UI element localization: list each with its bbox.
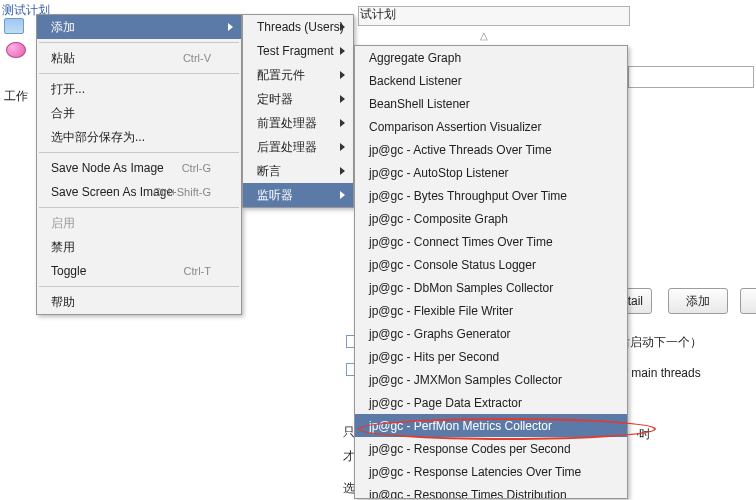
submenu-arrow-icon: [228, 23, 233, 31]
sort-indicator-icon[interactable]: △: [480, 30, 488, 41]
listener-item[interactable]: jp@gc - DbMon Samples Collector: [355, 276, 627, 299]
truncated-button[interactable]: [740, 288, 756, 314]
listener-submenu: Aggregate GraphBackend ListenerBeanShell…: [354, 45, 628, 499]
listener-item[interactable]: Comparison Assertion Visualizer: [355, 115, 627, 138]
bg-text-after-start: 后启动下一个）: [618, 334, 702, 351]
menu-item-label: 打开...: [51, 81, 85, 98]
menu-item-label: Threads (Users): [257, 20, 344, 34]
menu-item-label: jp@gc - Connect Times Over Time: [369, 235, 553, 249]
menu-item-label: jp@gc - Composite Graph: [369, 212, 508, 226]
menu-item-label: 帮助: [51, 294, 75, 311]
menu-item-label: 定时器: [257, 91, 293, 108]
listener-item[interactable]: jp@gc - Bytes Throughput Over Time: [355, 184, 627, 207]
listener-item[interactable]: jp@gc - AutoStop Listener: [355, 161, 627, 184]
submenu-item-timer[interactable]: 定时器: [243, 87, 353, 111]
submenu-arrow-icon: [340, 191, 345, 199]
menu-shortcut: Ctrl-G: [182, 162, 211, 174]
submenu-item-listener[interactable]: 监听器: [243, 183, 353, 207]
menu-item-toggle[interactable]: Toggle Ctrl-T: [37, 259, 241, 283]
menu-shortcut: Ctrl-T: [184, 265, 212, 277]
listener-item[interactable]: jp@gc - Response Times Distribution: [355, 483, 627, 499]
menu-item-enable: 启用: [37, 211, 241, 235]
listener-item[interactable]: jp@gc - JMXMon Samples Collector: [355, 368, 627, 391]
add-button[interactable]: 添加: [668, 288, 728, 314]
menu-item-label: Toggle: [51, 264, 86, 278]
menu-item-label: Save Node As Image: [51, 161, 164, 175]
menu-item-label: jp@gc - Response Latencies Over Time: [369, 465, 581, 479]
menu-shortcut: Ctrl-V: [183, 52, 211, 64]
submenu-item-pre-processor[interactable]: 前置处理器: [243, 111, 353, 135]
menu-item-label: jp@gc - Flexible File Writer: [369, 304, 513, 318]
listener-item[interactable]: jp@gc - Connect Times Over Time: [355, 230, 627, 253]
submenu-item-assertion[interactable]: 断言: [243, 159, 353, 183]
submenu-arrow-icon: [340, 71, 345, 79]
listener-item[interactable]: jp@gc - Graphs Generator: [355, 322, 627, 345]
menu-item-label: jp@gc - Hits per Second: [369, 350, 499, 364]
menu-item-label: BeanShell Listener: [369, 97, 470, 111]
bg-text-main-threads: of main threads: [618, 366, 701, 380]
menu-item-label: 前置处理器: [257, 115, 317, 132]
listener-item[interactable]: jp@gc - Console Status Logger: [355, 253, 627, 276]
menu-item-merge[interactable]: 合并: [37, 101, 241, 125]
menu-item-label: 监听器: [257, 187, 293, 204]
menu-item-label: jp@gc - Response Codes per Second: [369, 442, 571, 456]
listener-item[interactable]: jp@gc - Response Latencies Over Time: [355, 460, 627, 483]
submenu-arrow-icon: [340, 167, 345, 175]
submenu-arrow-icon: [340, 119, 345, 127]
menu-item-save-selection-as[interactable]: 选中部分保存为...: [37, 125, 241, 149]
menu-item-label: Comparison Assertion Visualizer: [369, 120, 542, 134]
menu-item-open[interactable]: 打开...: [37, 77, 241, 101]
menu-separator: [39, 152, 239, 153]
menu-item-save-node-image[interactable]: Save Node As Image Ctrl-G: [37, 156, 241, 180]
submenu-item-post-processor[interactable]: 后置处理器: [243, 135, 353, 159]
submenu-item-test-fragment[interactable]: Test Fragment: [243, 39, 353, 63]
menu-item-label: jp@gc - JMXMon Samples Collector: [369, 373, 562, 387]
plan-title-text: 试计划: [360, 6, 396, 23]
menu-item-label: 断言: [257, 163, 281, 180]
listener-item[interactable]: BeanShell Listener: [355, 92, 627, 115]
listener-item[interactable]: jp@gc - Composite Graph: [355, 207, 627, 230]
menu-separator: [39, 286, 239, 287]
menu-item-label: 合并: [51, 105, 75, 122]
menu-item-label: 禁用: [51, 239, 75, 256]
listener-item[interactable]: Backend Listener: [355, 69, 627, 92]
menu-item-label: 后置处理器: [257, 139, 317, 156]
add-submenu: Threads (Users) Test Fragment 配置元件 定时器 前…: [242, 14, 354, 208]
listener-item[interactable]: jp@gc - Flexible File Writer: [355, 299, 627, 322]
listener-item[interactable]: jp@gc - Hits per Second: [355, 345, 627, 368]
submenu-arrow-icon: [340, 23, 345, 31]
menu-item-label: 选中部分保存为...: [51, 129, 145, 146]
menu-item-label: jp@gc - AutoStop Listener: [369, 166, 509, 180]
listener-item[interactable]: Aggregate Graph: [355, 46, 627, 69]
test-plan-icon[interactable]: [4, 18, 24, 34]
submenu-arrow-icon: [340, 95, 345, 103]
menu-separator: [39, 42, 239, 43]
listener-item[interactable]: jp@gc - Active Threads Over Time: [355, 138, 627, 161]
menu-item-paste[interactable]: 粘贴 Ctrl-V: [37, 46, 241, 70]
submenu-item-threads[interactable]: Threads (Users): [243, 15, 353, 39]
name-input[interactable]: [628, 66, 754, 88]
submenu-arrow-icon: [340, 47, 345, 55]
menu-item-label: jp@gc - Console Status Logger: [369, 258, 536, 272]
menu-item-label: 启用: [51, 215, 75, 232]
workspace-label: 工作: [4, 88, 28, 105]
menu-item-disable[interactable]: 禁用: [37, 235, 241, 259]
menu-item-help[interactable]: 帮助: [37, 290, 241, 314]
menu-item-label: Backend Listener: [369, 74, 462, 88]
menu-item-label: 添加: [51, 19, 75, 36]
listener-item[interactable]: jp@gc - PerfMon Metrics Collector: [355, 414, 627, 437]
menu-item-label: jp@gc - DbMon Samples Collector: [369, 281, 553, 295]
menu-item-label: Aggregate Graph: [369, 51, 461, 65]
menu-item-label: jp@gc - Page Data Extractor: [369, 396, 522, 410]
listener-item[interactable]: jp@gc - Page Data Extractor: [355, 391, 627, 414]
listener-item[interactable]: jp@gc - Response Codes per Second: [355, 437, 627, 460]
menu-item-label: jp@gc - Bytes Throughput Over Time: [369, 189, 567, 203]
menu-item-save-screen-image[interactable]: Save Screen As Image Ctrl+Shift-G: [37, 180, 241, 204]
menu-item-add[interactable]: 添加: [37, 15, 241, 39]
menu-separator: [39, 207, 239, 208]
workbench-icon[interactable]: [6, 42, 26, 58]
tree-panel: 测试计划: [0, 0, 36, 500]
menu-item-label: jp@gc - Active Threads Over Time: [369, 143, 552, 157]
submenu-item-config[interactable]: 配置元件: [243, 63, 353, 87]
tab-bar: [358, 6, 630, 26]
